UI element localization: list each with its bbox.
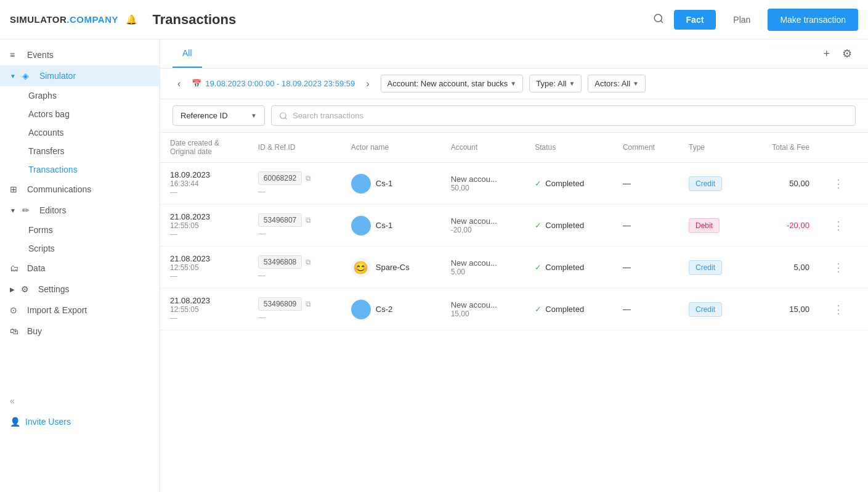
invite-users-button[interactable]: 👤 Invite Users: [0, 411, 160, 433]
forms-label: Forms: [28, 225, 53, 235]
status-text: Completed: [545, 263, 584, 272]
scripts-label: Scripts: [28, 244, 55, 253]
comment-cell: —: [613, 247, 679, 289]
copy-icon[interactable]: ⧉: [306, 300, 311, 308]
tab-all[interactable]: All: [172, 39, 202, 68]
sidebar-item-simulator[interactable]: ▼ ◈ Simulator: [0, 65, 160, 86]
date-cell: 18.09.202316:33:44—: [160, 163, 248, 205]
account-cell: New accou...15,00: [441, 289, 525, 330]
status-check-icon: ✓: [535, 305, 541, 314]
sidebar-item-label: Events: [27, 50, 54, 60]
logo-simulator: SIMULATOR: [10, 14, 67, 25]
more-options-button[interactable]: ⋮: [829, 300, 848, 319]
sidebar-item-scripts[interactable]: Scripts: [0, 239, 160, 258]
import-export-icon: ⊙: [10, 305, 21, 315]
search-filter-bar: Reference ID ▼: [160, 99, 868, 133]
sidebar-item-forms[interactable]: Forms: [0, 221, 160, 239]
bell-icon[interactable]: 🔔: [126, 14, 138, 25]
ref-id-dropdown[interactable]: Reference ID ▼: [172, 105, 265, 126]
total-cell: 15,00: [747, 289, 819, 330]
sidebar-item-actors-bag[interactable]: Actors bag: [0, 105, 160, 123]
sidebar-item-label: Editors: [39, 205, 67, 215]
invite-users-icon: 👤: [10, 417, 20, 427]
sidebar: ≡ Events ▼ ◈ Simulator Graphs Actors bag…: [0, 39, 160, 492]
sidebar-item-events[interactable]: ≡ Events: [0, 44, 160, 65]
search-icon-button[interactable]: [648, 8, 669, 31]
type-cell: Credit: [679, 247, 747, 289]
settings-icon: ⚙: [21, 284, 32, 294]
accounts-label: Accounts: [28, 128, 64, 137]
sidebar-item-transactions[interactable]: Transactions: [0, 160, 160, 179]
plan-button[interactable]: Plan: [721, 10, 763, 30]
col-total: Total & Fee: [747, 133, 819, 163]
copy-icon[interactable]: ⧉: [306, 174, 311, 182]
status-text: Completed: [545, 179, 584, 188]
actions-cell: ⋮: [819, 247, 868, 289]
avatar: [351, 174, 371, 194]
sidebar-item-editors[interactable]: ▼ ✏ Editors: [0, 200, 160, 221]
col-account: Account: [441, 133, 525, 163]
sidebar-item-transfers[interactable]: Transfers: [0, 142, 160, 160]
main-layout: ≡ Events ▼ ◈ Simulator Graphs Actors bag…: [0, 39, 868, 492]
fact-button[interactable]: Fact: [674, 10, 716, 30]
type-filter-dropdown[interactable]: Type: All ▼: [529, 75, 582, 92]
status-text: Completed: [545, 305, 584, 314]
more-options-button[interactable]: ⋮: [829, 216, 848, 235]
col-type: Type: [679, 133, 747, 163]
col-status: Status: [525, 133, 613, 163]
tab-all-label: All: [182, 48, 192, 58]
sidebar-collapse-button[interactable]: «: [0, 391, 160, 411]
more-options-button[interactable]: ⋮: [829, 174, 848, 193]
more-options-button[interactable]: ⋮: [829, 258, 848, 277]
search-input[interactable]: [293, 111, 848, 120]
svg-point-0: [654, 14, 662, 22]
copy-icon[interactable]: ⧉: [306, 216, 311, 224]
actors-bag-label: Actors bag: [28, 109, 70, 119]
sidebar-item-buy[interactable]: 🛍 Buy: [0, 321, 160, 342]
actor-name: Cs-2: [376, 305, 392, 314]
data-icon: 🗂: [10, 263, 21, 273]
svg-line-1: [660, 20, 662, 22]
simulator-icon: ◈: [22, 71, 33, 81]
make-transaction-button[interactable]: Make transaction: [768, 9, 858, 31]
actions-cell: ⋮: [819, 163, 868, 205]
actions-cell: ⋮: [819, 205, 868, 247]
buy-icon: 🛍: [10, 326, 21, 336]
actors-filter-dropdown[interactable]: Actors: All ▼: [588, 75, 646, 92]
date-range-display: 📅 19.08.2023 0:00:00 - 18.09.2023 23:59:…: [192, 79, 355, 88]
type-cell: Debit: [679, 205, 747, 247]
account-filter-dropdown[interactable]: Account: New account, star bucks ▼: [381, 75, 524, 92]
sidebar-item-graphs[interactable]: Graphs: [0, 86, 160, 105]
id-badge: 53496809: [258, 297, 302, 311]
calendar-icon: 📅: [192, 79, 201, 88]
logo-company: COMPANY: [70, 14, 118, 25]
add-tab-button[interactable]: +: [819, 44, 834, 64]
editors-icon: ✏: [22, 205, 33, 215]
sidebar-item-communications[interactable]: ⊞ Communications: [0, 179, 160, 200]
status-check-icon: ✓: [535, 179, 541, 188]
id-badge: 53496808: [258, 255, 302, 269]
account-cell: New accou...5,00: [441, 247, 525, 289]
chevron-down-icon: ▼: [569, 80, 575, 87]
actor-cell: 😊Spare-Cs: [341, 247, 441, 289]
sidebar-item-label: Buy: [27, 326, 42, 336]
actions-cell: ⋮: [819, 289, 868, 330]
sidebar-item-settings[interactable]: ▶ ⚙ Settings: [0, 279, 160, 300]
sidebar-item-import-export[interactable]: ⊙ Import & Export: [0, 300, 160, 321]
avatar: [351, 216, 371, 236]
copy-icon[interactable]: ⧉: [306, 258, 311, 266]
date-prev-button[interactable]: ‹: [172, 76, 185, 92]
date-next-button[interactable]: ›: [361, 76, 374, 92]
tabs-right: + ⚙: [819, 43, 856, 64]
type-cell: Credit: [679, 289, 747, 330]
sidebar-item-label: Settings: [38, 284, 70, 294]
avatar: [351, 300, 371, 319]
comment-cell: —: [613, 163, 679, 205]
logo: SIMULATOR.COMPANY 🔔: [10, 14, 138, 25]
settings-tab-button[interactable]: ⚙: [838, 43, 856, 64]
sidebar-item-accounts[interactable]: Accounts: [0, 123, 160, 142]
sidebar-item-data[interactable]: 🗂 Data: [0, 258, 160, 279]
col-comment: Comment: [613, 133, 679, 163]
date-cell: 21.08.202312:55:05—: [160, 247, 248, 289]
account-cell: New accou...50,00: [441, 163, 525, 205]
